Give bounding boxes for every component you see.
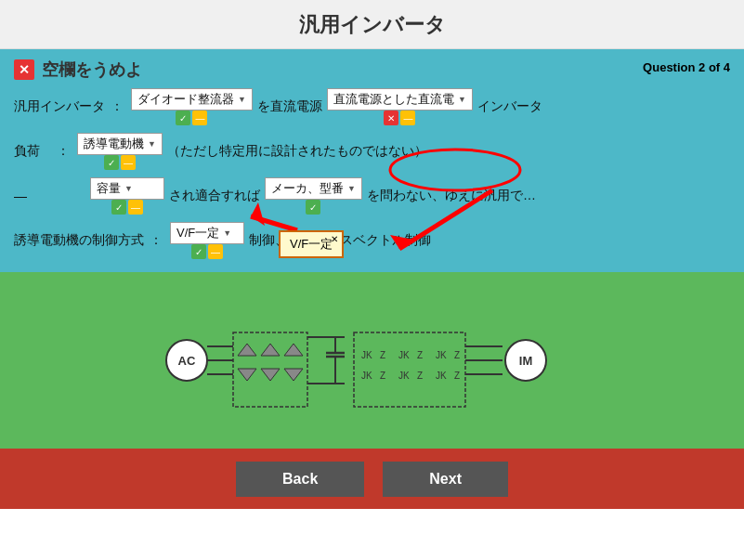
check-green-4a: ✓ — [191, 244, 206, 259]
popup-box: V/F一定 ✕ — [279, 230, 344, 258]
igbt-t6: Z — [454, 350, 460, 360]
igbt-b2: Z — [380, 371, 385, 381]
line-1: 汎用インバータ ： ダイオード整流器 ✓ — を直流電源 直流電源とした直流電 … — [14, 88, 730, 125]
content-area: Question 2 of 4 ✕ 空欄をうめよ 汎用インバータ ： ダイオード… — [0, 49, 744, 272]
check-yellow-1b: — — [400, 111, 415, 125]
igbt-b5: JK — [436, 371, 447, 381]
igbt-t2: Z — [380, 350, 385, 360]
text-3c: を問わない、ゆえに汎用で… — [367, 188, 536, 204]
igbt-t5: JK — [436, 350, 447, 360]
dropdown-group-4a: V/F一定 ✓ — — [170, 222, 244, 259]
back-button[interactable]: Back — [236, 462, 364, 497]
colon-1: ： — [111, 98, 124, 115]
igbt-t3: JK — [398, 350, 410, 360]
im-label: IM — [518, 354, 531, 368]
next-button[interactable]: Next — [383, 462, 508, 497]
check-green-2a: ✓ — [104, 155, 119, 170]
text-3b: され適合すれば — [169, 188, 260, 204]
igbt-b1: JK — [361, 371, 372, 381]
page-title: 汎用インバータ — [299, 13, 446, 36]
question-number: Question 2 of 4 — [643, 60, 730, 74]
dropdown-group-3a: 容量 ✓ — — [90, 177, 164, 215]
page-header: 汎用インバータ — [0, 0, 744, 49]
svg-rect-22 — [354, 332, 465, 407]
question-header: ✕ 空欄をうめよ — [14, 59, 730, 81]
svg-marker-14 — [261, 369, 280, 381]
svg-marker-15 — [284, 369, 303, 381]
svg-marker-10 — [238, 344, 256, 356]
dropdown-group-3b: メーカ、型番 ✓ — [265, 177, 362, 215]
colon-2: ： — [57, 143, 70, 160]
check-icons-1b: ✕ — — [384, 111, 415, 125]
check-yellow-4a: — — [208, 244, 223, 259]
dropdown-group-2a: 誘導電動機 ✓ — — [77, 133, 163, 170]
popup-close[interactable]: ✕ — [331, 234, 338, 244]
igbt-t4: Z — [417, 350, 423, 360]
check-yellow-1a: — — [192, 111, 207, 125]
igbt-t1: JK — [361, 350, 372, 360]
label-4: 誘導電動機の制御方式 — [14, 232, 144, 249]
dropdown-1b[interactable]: 直流電源とした直流電 — [327, 88, 473, 111]
popup-text: V/F一定 — [290, 237, 333, 251]
line-3: — 容量 ✓ — され適合すれば メーカ、型番 ✓ を問わない、ゆえに汎用で… — [14, 177, 730, 215]
check-yellow-3a: — — [128, 200, 143, 215]
igbt-b3: JK — [398, 371, 410, 381]
line-4: 誘導電動機の制御方式 ： V/F一定 ✓ — 制御、センサレスベクトル制御 — [14, 222, 730, 259]
check-red-1b: ✕ — [384, 111, 398, 125]
line-2: 負荷 ： 誘導電動機 ✓ — （ただし特定用に設計されたものではない） — [14, 133, 730, 170]
dropdown-2a[interactable]: 誘導電動機 — [77, 133, 163, 155]
text-1b: を直流電源 — [257, 98, 322, 115]
dropdown-3a[interactable]: 容量 — [90, 177, 164, 200]
igbt-b4: Z — [417, 371, 423, 381]
text-1c: インバータ — [477, 98, 542, 115]
label-2: 負荷 — [14, 143, 51, 160]
footer: Back Next — [0, 449, 744, 509]
label-3: — — [14, 189, 88, 203]
dropdown-4a[interactable]: V/F一定 — [170, 222, 244, 244]
dropdown-group-1b: 直流電源とした直流電 ✕ — — [327, 88, 473, 125]
svg-marker-12 — [284, 344, 303, 356]
check-icons-1a: ✓ — — [176, 111, 207, 125]
check-yellow-2a: — — [121, 155, 136, 170]
svg-marker-13 — [238, 369, 256, 381]
text-2b: （ただし特定用に設計されたものではない） — [167, 143, 427, 160]
dropdown-1a[interactable]: ダイオード整流器 — [131, 88, 253, 111]
check-icons-4a: ✓ — — [191, 244, 223, 259]
check-green-1a: ✓ — [176, 111, 190, 125]
circuit-diagram: AC JK Z JK Z JK Z JK Z J — [140, 286, 605, 435]
label-1: 汎用インバータ — [14, 98, 105, 115]
dropdown-3b[interactable]: メーカ、型番 — [265, 177, 362, 200]
check-icons-3b: ✓ — [306, 200, 320, 215]
question-title: 空欄をうめよ — [42, 59, 142, 81]
dropdown-group-1a: ダイオード整流器 ✓ — — [131, 88, 253, 125]
check-green-3a: ✓ — [111, 200, 126, 215]
x-icon: ✕ — [14, 59, 34, 80]
svg-marker-11 — [261, 344, 280, 356]
colon-4: ： — [150, 232, 163, 249]
check-icons-3a: ✓ — — [111, 200, 143, 215]
circuit-area: AC JK Z JK Z JK Z JK Z J — [0, 272, 744, 449]
igbt-b6: Z — [454, 371, 460, 381]
ac-label: AC — [177, 354, 195, 368]
check-icons-2a: ✓ — — [104, 155, 136, 170]
check-green-3b: ✓ — [306, 200, 320, 215]
